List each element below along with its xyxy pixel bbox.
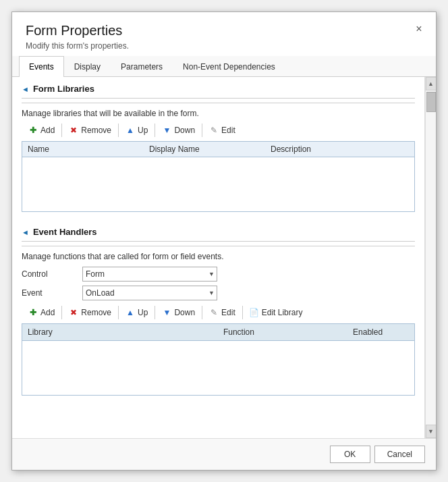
tab-bar: Events Display Parameters Non-Event Depe… xyxy=(12,56,436,77)
close-button[interactable]: × xyxy=(412,22,426,36)
event-handlers-down-button[interactable]: ▼ Down xyxy=(155,306,202,319)
ok-button[interactable]: OK xyxy=(330,446,370,463)
add-label: Add xyxy=(40,308,55,317)
form-libraries-toolbar: ✚ Add ✖ Remove ▲ Up ▼ Do xyxy=(22,124,415,137)
dialog-header: Form Properties Modify this form's prope… xyxy=(12,12,436,56)
content-area: ◄ Form Libraries Manage libraries that w… xyxy=(12,77,425,438)
event-select[interactable]: OnLoad xyxy=(82,286,217,300)
form-libraries-grid-body xyxy=(22,157,414,211)
edit-label: Edit xyxy=(221,126,235,135)
scrollbar[interactable]: ▲ ▼ xyxy=(425,77,436,438)
event-handlers-add-button[interactable]: ✚ Add xyxy=(22,306,62,319)
event-handlers-remove-button[interactable]: ✖ Remove xyxy=(62,306,119,319)
remove-icon: ✖ xyxy=(69,126,78,135)
remove-label: Remove xyxy=(81,308,111,317)
event-select-wrapper: OnLoad xyxy=(82,286,217,300)
col-description: Description xyxy=(265,142,414,157)
edit-icon: ✎ xyxy=(209,126,219,135)
edit-label: Edit xyxy=(221,308,235,317)
up-label: Up xyxy=(138,126,148,135)
edit-icon: ✎ xyxy=(209,308,219,317)
scroll-thumb[interactable] xyxy=(426,92,436,112)
col-display-name: Display Name xyxy=(144,142,265,157)
event-handlers-toolbar: ✚ Add ✖ Remove ▲ Up ▼ Do xyxy=(22,306,415,319)
col-enabled: Enabled xyxy=(321,324,414,340)
form-libraries-down-button[interactable]: ▼ Down xyxy=(155,124,202,137)
dialog-subtitle: Modify this form's properties. xyxy=(26,41,422,51)
form-libraries-desc: Manage libraries that will be available … xyxy=(22,109,415,118)
event-row: Event OnLoad xyxy=(22,286,415,300)
event-handlers-header: ◄ Event Handlers xyxy=(22,227,415,242)
control-label: Control xyxy=(22,269,82,279)
event-handlers-section: ◄ Event Handlers Manage functions that a… xyxy=(12,220,424,404)
event-handlers-edit-button[interactable]: ✎ Edit xyxy=(202,306,243,319)
event-handlers-edit-library-button[interactable]: 📄 Edit Library xyxy=(243,306,310,319)
col-name: Name xyxy=(22,142,144,157)
form-properties-dialog: Form Properties Modify this form's prope… xyxy=(11,11,437,471)
add-label: Add xyxy=(40,126,55,135)
down-icon: ▼ xyxy=(162,308,171,317)
form-libraries-edit-button[interactable]: ✎ Edit xyxy=(202,124,242,137)
control-select-wrapper: Form xyxy=(82,267,217,282)
dialog-title: Form Properties xyxy=(26,23,422,38)
form-libraries-grid-header: Name Display Name Description xyxy=(22,142,414,157)
down-icon: ▼ xyxy=(162,126,171,135)
add-icon: ✚ xyxy=(28,126,38,135)
up-icon: ▲ xyxy=(125,126,135,135)
edit-library-label: Edit Library xyxy=(262,308,303,317)
form-libraries-header: ◄ Form Libraries xyxy=(22,84,415,99)
tab-events[interactable]: Events xyxy=(19,56,64,77)
form-libraries-add-button[interactable]: ✚ Add xyxy=(22,124,62,137)
col-function: Function xyxy=(157,324,321,340)
down-label: Down xyxy=(174,308,195,317)
event-handlers-separator xyxy=(22,246,415,246)
form-libraries-grid: Name Display Name Description xyxy=(22,141,415,212)
event-handlers-grid-body xyxy=(22,341,414,395)
form-libraries-up-button[interactable]: ▲ Up xyxy=(119,124,155,137)
event-handlers-grid-header: Library Function Enabled xyxy=(22,324,414,341)
form-libraries-separator xyxy=(22,103,415,103)
scroll-up-button[interactable]: ▲ xyxy=(426,77,437,90)
form-libraries-arrow-icon: ◄ xyxy=(22,85,29,93)
up-icon: ▲ xyxy=(125,308,135,317)
scroll-track xyxy=(426,90,436,425)
main-content: ◄ Form Libraries Manage libraries that w… xyxy=(12,77,425,438)
control-row: Control Form xyxy=(22,267,415,282)
form-libraries-remove-button[interactable]: ✖ Remove xyxy=(62,124,119,137)
event-handlers-arrow-icon: ◄ xyxy=(22,228,29,236)
event-handlers-desc: Manage functions that are called for for… xyxy=(22,252,415,261)
edit-library-icon: 📄 xyxy=(250,308,259,317)
event-handlers-title: Event Handlers xyxy=(33,227,97,237)
event-handlers-grid: Library Function Enabled xyxy=(22,323,415,396)
event-label: Event xyxy=(22,288,82,298)
remove-label: Remove xyxy=(81,126,111,135)
col-library: Library xyxy=(22,324,157,340)
tab-parameters[interactable]: Parameters xyxy=(111,56,173,77)
form-libraries-section: ◄ Form Libraries Manage libraries that w… xyxy=(12,77,424,220)
tab-display[interactable]: Display xyxy=(64,56,111,77)
up-label: Up xyxy=(138,308,148,317)
cancel-button[interactable]: Cancel xyxy=(374,446,425,463)
scroll-down-button[interactable]: ▼ xyxy=(426,425,437,438)
add-icon: ✚ xyxy=(28,308,38,317)
remove-icon: ✖ xyxy=(69,308,78,317)
down-label: Down xyxy=(174,126,195,135)
control-select[interactable]: Form xyxy=(82,267,217,282)
dialog-footer: OK Cancel xyxy=(12,438,436,470)
tab-non-event[interactable]: Non-Event Dependencies xyxy=(173,56,285,77)
event-handlers-up-button[interactable]: ▲ Up xyxy=(119,306,155,319)
dialog-body: ◄ Form Libraries Manage libraries that w… xyxy=(12,77,436,438)
form-libraries-title: Form Libraries xyxy=(33,84,94,94)
